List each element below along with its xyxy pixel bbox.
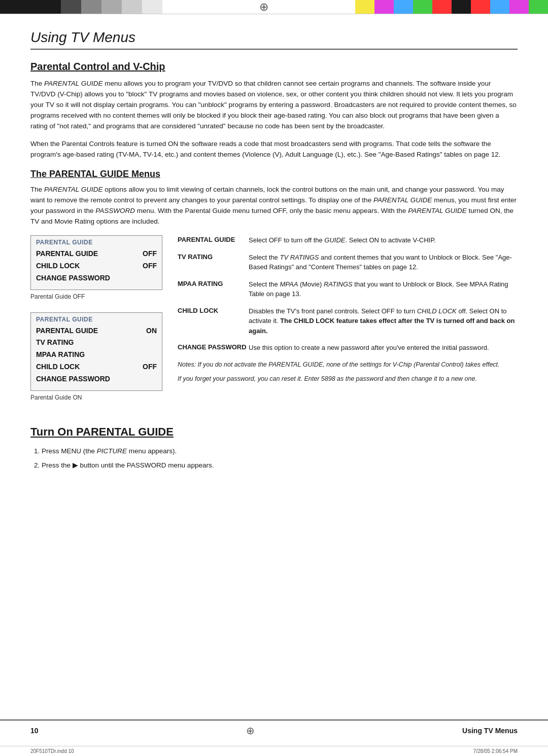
desc-row-tv-rating: TV RATING Select the TV RATINGS and cont… — [178, 253, 518, 272]
page-content: Using TV Menus Parental Control and V-Ch… — [0, 14, 548, 484]
footer: 10 ⊕ Using TV Menus — [0, 719, 548, 741]
bottom-meta-left: 20F510TDr.indd 10 — [30, 748, 74, 754]
on-menu-item3-label: MPAA RATING — [36, 349, 85, 361]
off-menu-header: PARENTAL GUIDE — [36, 239, 157, 246]
color-block-3 — [41, 0, 61, 14]
color-block-r1 — [355, 0, 374, 14]
desc-text-child-lock: Disables the TV's front panel controls. … — [249, 306, 518, 336]
off-menu-item1-value: OFF — [143, 248, 157, 260]
color-block-r7 — [471, 0, 490, 14]
section2-heading: The PARENTAL GUIDE Menus — [30, 169, 518, 179]
desc-label-tv-rating: TV RATING — [178, 253, 249, 261]
note-2: If you forget your password, you can res… — [178, 374, 518, 384]
color-block-4 — [61, 0, 81, 14]
step-2: Press the ▶ button until the PASSWORD me… — [42, 460, 518, 471]
off-menu-item-1: PARENTAL GUIDE OFF — [36, 248, 157, 260]
color-block-r5 — [432, 0, 452, 14]
off-menu-caption: Parental Guide OFF — [30, 293, 162, 300]
section1-paragraph2: When the Parental Controls feature is tu… — [30, 139, 518, 160]
desc-row-mpaa-rating: MPAA RATING Select the MPAA (Movie) RATI… — [178, 279, 518, 299]
off-menu-item3-label: CHANGE PASSWORD — [36, 272, 110, 284]
on-menu-header: PARENTAL GUIDE — [36, 316, 157, 323]
on-menu-item-1: PARENTAL GUIDE ON — [36, 325, 157, 337]
color-block-5 — [81, 0, 101, 14]
footer-page-number: 10 — [30, 727, 39, 735]
menus-and-descriptions: PARENTAL GUIDE PARENTAL GUIDE OFF CHILD … — [30, 235, 518, 413]
desc-row-parental-guide: PARENTAL GUIDE Select OFF to turn off th… — [178, 235, 518, 245]
color-block-6 — [101, 0, 122, 14]
on-menu-item4-value: OFF — [143, 361, 157, 373]
off-menu-item1-label: PARENTAL GUIDE — [36, 248, 98, 260]
top-bar-center-compass: ⊕ — [173, 0, 355, 14]
on-menu-item-5: CHANGE PASSWORD — [36, 373, 157, 385]
section3-heading: Turn On PARENTAL GUIDE — [30, 425, 518, 439]
color-block-r8 — [490, 0, 509, 14]
color-block-r6 — [452, 0, 471, 14]
on-menu-item-2: TV RATING — [36, 337, 157, 349]
color-block-r3 — [394, 0, 413, 14]
on-menu-item5-label: CHANGE PASSWORD — [36, 373, 110, 385]
color-block-r2 — [374, 0, 394, 14]
step-1: Press MENU (the PICTURE menu appears). — [42, 446, 518, 457]
desc-text-tv-rating: Select the TV RATINGS and content themes… — [249, 253, 518, 272]
footer-chapter-title: Using TV Menus — [462, 727, 518, 735]
color-block-1 — [0, 0, 20, 14]
section1-paragraph1: The PARENTAL GUIDE menu allows you to pr… — [30, 79, 518, 132]
desc-text-parental-guide: Select OFF to turn off the GUIDE. Select… — [249, 235, 518, 245]
on-menu-caption: Parental Guide ON — [30, 394, 162, 401]
section1-heading: Parental Control and V-Chip — [30, 61, 518, 73]
color-block-r10 — [529, 0, 548, 14]
off-menu-item2-value: OFF — [143, 260, 157, 272]
desc-label-mpaa-rating: MPAA RATING — [178, 279, 249, 287]
on-menu-item1-label: PARENTAL GUIDE — [36, 325, 98, 337]
compass-top-icon: ⊕ — [259, 1, 268, 14]
note-1: Notes: If you do not activate the PARENT… — [178, 360, 518, 370]
desc-text-change-password: Use this option to create a new password… — [249, 343, 518, 353]
color-block-r9 — [509, 0, 529, 14]
color-block-8 — [142, 0, 162, 14]
descriptions-table: PARENTAL GUIDE Select OFF to turn off th… — [178, 235, 518, 353]
color-block-7 — [122, 0, 142, 14]
chapter-title: Using TV Menus — [30, 29, 518, 50]
bottom-meta-right: 7/28/05 2:06:54 PM — [473, 748, 518, 754]
footer-compass-icon: ⊕ — [246, 725, 255, 737]
color-block-r4 — [413, 0, 432, 14]
menu-boxes-column: PARENTAL GUIDE PARENTAL GUIDE OFF CHILD … — [30, 235, 162, 413]
steps-list: Press MENU (the PICTURE menu appears). P… — [30, 446, 518, 472]
notes-section: Notes: If you do not activate the PARENT… — [178, 360, 518, 384]
descriptions-column: PARENTAL GUIDE Select OFF to turn off th… — [178, 235, 518, 413]
off-menu-item-3: CHANGE PASSWORD — [36, 272, 157, 284]
top-color-bar: ⊕ — [0, 0, 548, 14]
parental-guide-on-menu: PARENTAL GUIDE PARENTAL GUIDE ON TV RATI… — [30, 312, 162, 391]
desc-row-change-password: CHANGE PASSWORD Use this option to creat… — [178, 343, 518, 353]
on-menu-item2-label: TV RATING — [36, 337, 74, 349]
top-bar-left-blocks — [0, 0, 173, 14]
desc-text-mpaa-rating: Select the MPAA (Movie) RATINGS that you… — [249, 279, 518, 299]
desc-row-child-lock: CHILD LOCK Disables the TV's front panel… — [178, 306, 518, 336]
top-bar-right-blocks — [355, 0, 548, 14]
off-menu-item2-label: CHILD LOCK — [36, 260, 80, 272]
on-menu-item1-value: ON — [146, 325, 157, 337]
desc-label-change-password: CHANGE PASSWORD — [178, 343, 249, 351]
section2-paragraph1: The PARENTAL GUIDE options allow you to … — [30, 185, 518, 227]
desc-label-child-lock: CHILD LOCK — [178, 306, 249, 314]
on-menu-item4-label: CHILD LOCK — [36, 361, 80, 373]
on-menu-item-4: CHILD LOCK OFF — [36, 361, 157, 373]
bottom-meta-bar: 20F510TDr.indd 10 7/28/05 2:06:54 PM — [0, 746, 548, 756]
color-block-2 — [20, 0, 41, 14]
off-menu-item-2: CHILD LOCK OFF — [36, 260, 157, 272]
parental-guide-off-menu: PARENTAL GUIDE PARENTAL GUIDE OFF CHILD … — [30, 235, 162, 290]
on-menu-item-3: MPAA RATING — [36, 349, 157, 361]
desc-label-parental-guide: PARENTAL GUIDE — [178, 235, 249, 243]
